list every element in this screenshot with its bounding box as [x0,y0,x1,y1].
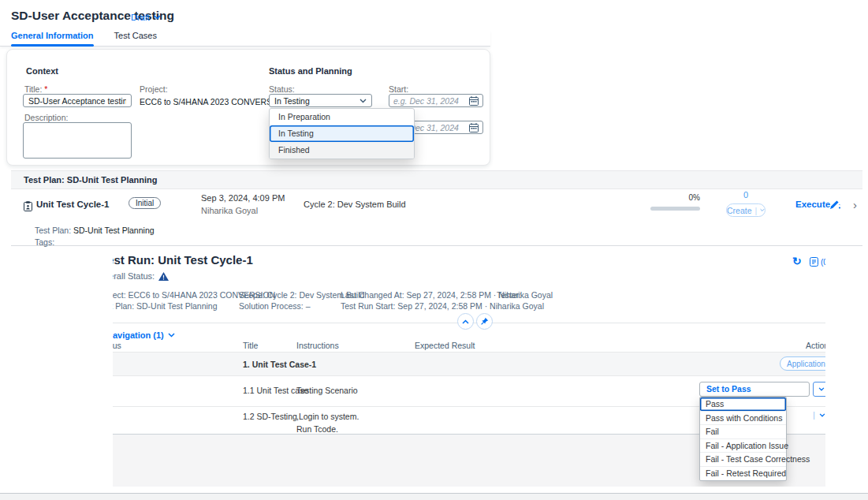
tab-bar: General Information Test Cases [0,31,490,47]
button-divider: | [813,410,815,420]
row-action-dropdown[interactable]: | [813,410,825,420]
table-row-group: 1. Unit Test Case-1 [113,352,825,376]
status-option-in-testing[interactable]: In Testing [270,125,414,142]
result-option-pass-with-conditions[interactable]: Pass with Conditions [700,412,786,426]
status-label: Status: [269,84,295,94]
footer-bar [0,493,868,500]
result-option-fail[interactable]: Fail [700,425,786,439]
test-plan-section: Test Plan: SD-Unit Test Planning Unit Te… [11,171,862,246]
draft-label: Draft [131,13,150,22]
plan-label: Test Plan: [35,226,71,235]
row-instructions-line2: Run Tcode. [296,424,338,434]
defect-count[interactable]: 0 [726,190,766,200]
progress-bar [650,207,700,211]
title-input[interactable] [23,94,132,107]
cycle-status-badge: Initial [129,197,161,209]
test-run-title: Test Run: Unit Test Cycle-1 [113,253,253,267]
row-title: 1.2 SD-Testing [243,412,297,421]
result-option-pass[interactable]: Pass [700,397,786,412]
test-cycle-row[interactable]: Unit Test Cycle-1 Initial Sep 3, 2024, 4… [11,189,862,226]
start-date-placeholder: e.g. Dec 31, 2024 [393,96,459,106]
pin-icon [480,317,489,326]
create-label: Create [727,206,752,215]
document-icon [810,257,818,267]
chevron-down-icon [168,333,175,338]
overall-status-label: Overall Status: [113,271,155,281]
set-to-pass-button[interactable]: Set to Pass [699,382,810,397]
chevron-down-icon [760,208,765,212]
chevron-down-icon [818,387,825,391]
planning-heading: Status and Planning [269,66,352,76]
tab-test-cases[interactable]: Test Cases [114,31,157,46]
general-info-card: Context Title: * Description: Project: E… [6,49,490,166]
chevron-down-icon [819,413,825,417]
row-instructions: Testing Scenario [296,386,358,395]
test-plan-section-header: Test Plan: SD-Unit Test Planning [11,171,862,189]
column-header-expected-result: Expected Result [415,341,475,350]
navigation-label: Navigation (1) [113,330,164,340]
status-option-finished[interactable]: Finished [270,142,414,159]
description-label: Description: [24,113,68,122]
test-cycle-name: Unit Test Cycle-1 [36,200,109,209]
meta-run-start: Test Run Start: Sep 27, 2024, 2:58 PM · … [341,300,553,312]
warning-triangle-icon [158,272,169,281]
attachments-count: (0) [821,258,825,267]
column-header-actions: Actions [806,341,825,350]
test-run-panel: Test Run: Unit Test Cycle-1 ↻ (0) Overal… [113,251,825,487]
application-action-button[interactable]: Application | [780,356,825,371]
status-option-in-preparation[interactable]: In Preparation [270,109,414,125]
edit-pencil-icon[interactable] [829,200,841,210]
calendar-icon[interactable] [469,96,479,106]
required-asterisk: * [44,84,47,94]
pin-header-button[interactable] [476,313,493,330]
chevron-up-icon [462,319,469,324]
row-instructions: ,Login to system. [296,412,359,421]
create-button[interactable]: Create | [726,203,766,217]
title-label: Title: * [24,84,47,94]
result-option-fail-test-case-correctness[interactable]: Fail - Test Case Correctness [700,453,786,467]
meta-tester: Tester: [497,289,522,300]
button-divider: | [755,206,758,215]
attachments-button[interactable]: (0) [810,257,825,267]
cycle-owner: Niharika Goyal [201,206,258,215]
navigation-dropdown[interactable]: Navigation (1) [113,330,175,340]
project-label: Project: [140,84,168,94]
result-option-fail-retest-required[interactable]: Fail - Retest Required [700,467,786,481]
progress-percent: 0% [673,193,700,202]
calendar-icon[interactable] [469,123,479,132]
execute-button[interactable]: Execute [795,200,830,209]
start-date-input[interactable]: e.g. Dec 31, 2024 [389,94,483,107]
collapse-header-button[interactable] [457,313,474,330]
clipboard-icon [24,201,32,211]
column-header-status: Status [113,341,121,350]
overall-status-line: Overall Status: [113,271,169,281]
status-dropdown-popup: In Preparation In Testing Finished [269,108,415,159]
screen: SD-User Acceptance testing Draft General… [0,0,868,500]
column-header-instructions: Instructions [296,341,339,350]
project-value: ECC6 to S/4HANA 2023 CONVERSION [140,97,287,106]
column-header-title: Title [243,341,258,350]
status-select[interactable]: In Testing [269,94,372,107]
cycle-datetime: Sep 3, 2024, 4:09 PM [201,193,285,203]
result-dropdown-menu: Pass Pass with Conditions Fail Fail - Ap… [699,397,787,481]
cycle-scope: Cycle 2: Dev System Build [304,200,406,209]
chevron-right-icon[interactable]: › [853,198,857,211]
tab-general-information[interactable]: General Information [11,31,94,46]
group-row-title: 1. Unit Test Case-1 [243,360,316,369]
start-date-label: Start: [389,84,408,94]
result-option-fail-application-issue[interactable]: Fail - Application Issue [700,439,786,453]
chevron-down-icon [154,15,161,20]
application-label: Application [787,360,825,368]
plan-line: Test Plan: SD-Unit Test Planning [35,226,155,235]
tags-label: Tags: [35,237,54,247]
history-refresh-icon[interactable]: ↻ [792,256,802,266]
chevron-down-icon [359,99,367,103]
set-to-pass-arrow-button[interactable] [813,382,825,397]
draft-status-dropdown[interactable]: Draft [131,13,161,22]
status-select-value: In Testing [274,96,310,106]
plan-value: SD-Unit Test Planning [73,226,155,235]
description-textarea[interactable] [23,122,132,159]
context-heading: Context [26,66,58,76]
